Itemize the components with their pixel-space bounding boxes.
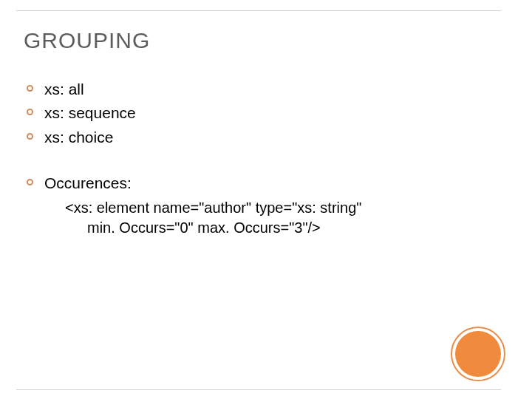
slide-title: GROUPING (24, 28, 499, 53)
spacer (24, 150, 499, 172)
code-block: <xs: element name="author" type="xs: str… (24, 198, 499, 238)
bullet-list-1: xs: all xs: sequence xs: choice (24, 78, 499, 149)
list-item-label: xs: sequence (44, 104, 136, 121)
list-item: xs: all (24, 78, 499, 100)
code-line: min. Occurs="0" max. Occurs="3"/> (65, 218, 499, 238)
bullet-icon (27, 179, 33, 185)
top-divider (16, 10, 501, 11)
bullet-icon (27, 133, 33, 140)
decorative-circle-inner (455, 331, 501, 377)
list-item: Occurences: (24, 172, 499, 194)
slide: GROUPING xs: all xs: sequence xs: choice… (0, 0, 532, 399)
code-line: <xs: element name="author" type="xs: str… (65, 198, 499, 218)
list-item: xs: choice (24, 126, 499, 149)
bullet-list-2: Occurences: (24, 172, 499, 194)
list-item-label: Occurences: (44, 174, 132, 191)
list-item-label: xs: choice (44, 129, 113, 146)
bottom-divider (16, 389, 501, 390)
bullet-icon (27, 85, 33, 92)
bullet-icon (27, 109, 33, 115)
list-item: xs: sequence (24, 102, 499, 124)
list-item-label: xs: all (44, 81, 84, 98)
